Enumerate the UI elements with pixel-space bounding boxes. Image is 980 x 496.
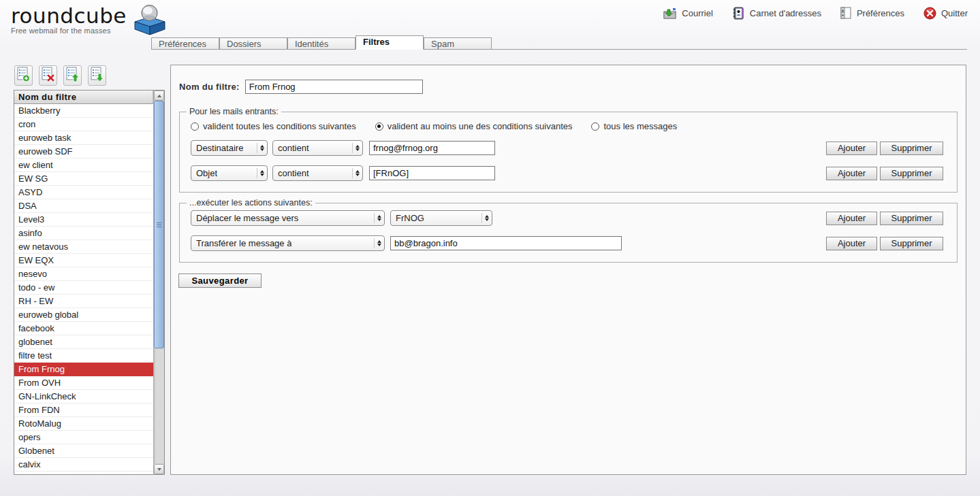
settings-icon: [840, 7, 852, 20]
condition-operator-select[interactable]: contient: [272, 165, 363, 181]
filter-list-item[interactable]: cron: [14, 118, 153, 131]
action-target-input[interactable]: [390, 236, 622, 250]
actions-fieldset: ...exécuter les actions suivantes: Dépla…: [179, 198, 958, 263]
add-row-button[interactable]: Ajouter: [826, 237, 877, 250]
filter-list-item[interactable]: euroweb task: [14, 131, 153, 145]
add-row-button[interactable]: Ajouter: [826, 142, 877, 155]
filter-list-item[interactable]: From OVH: [14, 376, 153, 390]
filter-list-item[interactable]: asinfo: [14, 227, 153, 240]
radio-tous-les-messages[interactable]: [591, 122, 599, 131]
condition-rows: DestinatairecontientAjouterSupprimerObje…: [189, 140, 947, 181]
filter-list-item[interactable]: filtre test: [14, 349, 153, 363]
tab-spam[interactable]: Spam: [424, 37, 492, 50]
filter-list-item[interactable]: RotoMalug: [14, 417, 153, 431]
action-folder-select-value: FrNOG: [396, 213, 424, 223]
match-mode-radios: valident toutes les conditions suivantes…: [191, 121, 947, 131]
taskbar-item-quitter[interactable]: Quitter: [923, 7, 968, 20]
condition-value-input[interactable]: [369, 141, 495, 155]
filter-list-item[interactable]: opers: [14, 431, 153, 444]
add-row-button[interactable]: Ajouter: [826, 212, 877, 225]
save-button[interactable]: Sauvegarder: [178, 274, 262, 288]
filter-list-item[interactable]: EW SG: [14, 172, 153, 186]
row-buttons: AjouterSupprimer: [826, 212, 943, 225]
radio-label: valident au moins une des conditions sui…: [388, 121, 573, 131]
filter-list-item[interactable]: From FDN: [14, 403, 153, 417]
select-spinner-icon: [257, 143, 267, 153]
taskbar-item-label: Carnet d'adresses: [750, 8, 821, 18]
action-type-select[interactable]: Transférer le message à: [191, 235, 385, 251]
condition-field-select[interactable]: Destinataire: [191, 140, 268, 156]
filter-list-item[interactable]: nesevo: [14, 267, 153, 281]
filter-list-item[interactable]: From Frnog: [14, 363, 153, 376]
tab-dossiers[interactable]: Dossiers: [219, 37, 287, 50]
scroll-down-icon: [157, 468, 161, 471]
filter-list-item[interactable]: ASYD: [14, 186, 153, 199]
add-filter-button[interactable]: [14, 65, 33, 86]
add-row-button[interactable]: Ajouter: [826, 167, 877, 180]
filter-list-item[interactable]: GN-LinkCheck: [14, 390, 153, 403]
filter-list-item[interactable]: Transit: [14, 472, 153, 474]
filter-list-item[interactable]: EW EQX: [14, 254, 153, 267]
filter-list-item[interactable]: Globenet: [14, 444, 153, 458]
taskbar-item-pr-f-rences[interactable]: Préférences: [840, 7, 904, 20]
scroll-up-icon: [157, 95, 161, 97]
filter-list-header: Nom du filtre: [14, 90, 153, 104]
action-type-select[interactable]: Déplacer le message vers: [191, 210, 385, 226]
app-logo: roundcube Free webmail for the masses: [11, 5, 170, 38]
taskbar-item-label: Préférences: [857, 8, 904, 18]
action-rows: Déplacer le message versFrNOGAjouterSupp…: [189, 210, 947, 251]
radio-label: valident toutes les conditions suivantes: [203, 121, 356, 131]
condition-field-select[interactable]: Objet: [191, 165, 268, 181]
filter-add-icon: [17, 67, 31, 85]
logout-icon: [923, 7, 936, 20]
tab-pr-f-rences[interactable]: Préférences: [151, 37, 219, 50]
taskbar-item-courriel[interactable]: Courriel: [663, 7, 713, 20]
filter-list-item[interactable]: facebook: [14, 322, 153, 335]
filter-list-item[interactable]: ew netavous: [14, 240, 153, 254]
action-folder-select[interactable]: FrNOG: [390, 210, 492, 226]
condition-value-input[interactable]: [369, 166, 495, 180]
import-filters-button[interactable]: [63, 65, 82, 86]
condition-operator-select-value: contient: [278, 143, 309, 153]
address-book-icon: [732, 7, 745, 20]
delete-row-button[interactable]: Supprimer: [880, 212, 943, 225]
filter-list-item[interactable]: DSA: [14, 199, 153, 213]
delete-row-button[interactable]: Supprimer: [880, 237, 943, 250]
select-spinner-icon: [257, 168, 267, 178]
scroll-down-button[interactable]: [154, 464, 164, 474]
condition-row: ObjetcontientAjouterSupprimer: [191, 165, 947, 181]
filter-list-item[interactable]: RH - EW: [14, 295, 153, 308]
filter-list-item[interactable]: globenet: [14, 335, 153, 349]
filter-list-item[interactable]: Level3: [14, 213, 153, 227]
filter-list-item[interactable]: ew client: [14, 159, 153, 172]
scroll-up-button[interactable]: [154, 90, 164, 101]
tab-identit-s[interactable]: Identités: [287, 37, 355, 50]
filter-list-item[interactable]: euroweb SDF: [14, 145, 153, 159]
filter-rows: Blackberrycroneuroweb taskeuroweb SDFew …: [14, 104, 153, 474]
scrollbar-thumb[interactable]: [154, 101, 164, 348]
radio-valident-au-moins-une-des-conditions-suivantes[interactable]: [375, 122, 383, 131]
filter-form-panel: Nom du filtre: Pour les mails entrants: …: [170, 65, 966, 475]
scrollbar-track[interactable]: [154, 348, 164, 464]
filter-list-item[interactable]: calvix: [14, 458, 153, 472]
delete-row-button[interactable]: Supprimer: [880, 142, 943, 155]
mail-icon: [663, 7, 677, 20]
taskbar: CourrielCarnet d'adressesPréférencesQuit…: [663, 7, 968, 20]
select-spinner-icon: [352, 168, 362, 178]
row-buttons: AjouterSupprimer: [826, 167, 943, 180]
export-filters-button[interactable]: [88, 65, 106, 86]
filter-list-item[interactable]: todo - ew: [14, 281, 153, 295]
taskbar-item-carnet-d-adresses[interactable]: Carnet d'adresses: [732, 7, 821, 20]
filter-list-item[interactable]: euroweb global: [14, 308, 153, 322]
action-row: Transférer le message àAjouterSupprimer: [191, 235, 947, 251]
tab-filtres[interactable]: Filtres: [355, 35, 424, 50]
filter-list-item[interactable]: Blackberry: [14, 104, 153, 118]
filter-name-input[interactable]: [245, 80, 423, 94]
radio-valident-toutes-les-conditions-suivantes[interactable]: [191, 122, 199, 131]
filter-name-label: Nom du filtre:: [179, 82, 240, 92]
taskbar-item-label: Quitter: [941, 8, 968, 18]
delete-filter-button[interactable]: [39, 65, 57, 86]
filter-list-scrollbar[interactable]: [153, 90, 164, 474]
condition-operator-select[interactable]: contient: [272, 140, 363, 156]
delete-row-button[interactable]: Supprimer: [880, 167, 943, 180]
